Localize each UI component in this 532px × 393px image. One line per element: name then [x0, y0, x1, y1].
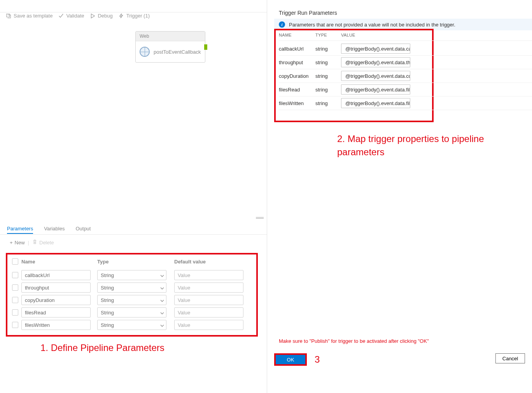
globe-icon [140, 47, 150, 57]
param-row: String [12, 270, 252, 280]
param-row: String [12, 320, 252, 330]
trigger-param-value-input[interactable]: @triggerBody().event.data.th... [341, 57, 410, 67]
th-name: NAME [279, 33, 315, 37]
trigger-param-name: callbackUrl [279, 46, 315, 52]
param-row: String [12, 307, 252, 318]
save-template-button[interactable]: Save as template [6, 13, 52, 19]
cancel-button[interactable]: Cancel [495, 353, 525, 363]
trigger-param-value-input[interactable]: @triggerBody().event.data.fil... [341, 98, 410, 108]
drag-handle[interactable] [256, 217, 264, 219]
col-header-name: Name [21, 259, 97, 265]
plus-icon: + [10, 240, 13, 246]
debug-button[interactable]: Debug [90, 13, 112, 19]
param-type-select[interactable]: String [97, 282, 166, 293]
col-header-type: Type [97, 259, 174, 265]
param-row: String [12, 295, 252, 305]
node-connector[interactable] [204, 44, 207, 50]
canvas-node[interactable]: Web postToEventCallback [135, 31, 205, 63]
param-type-select[interactable]: String [97, 307, 166, 318]
tab-output[interactable]: Output [75, 226, 91, 234]
info-text: Parameters that are not provided a value… [289, 22, 455, 28]
panel-title: Trigger Run Parameters [279, 10, 337, 16]
new-label: New [15, 240, 25, 246]
annotation-two: 2. Map trigger properties to pipeline pa… [337, 132, 532, 158]
param-value-input[interactable] [174, 270, 243, 280]
trigger-param-value-input[interactable]: @triggerBody().event.data.co... [341, 71, 410, 81]
trigger-row: filesRead string @triggerBody().event.da… [279, 83, 532, 96]
save-template-icon [6, 13, 11, 19]
row-checkbox[interactable] [12, 322, 18, 328]
validate-button[interactable]: Validate [58, 13, 84, 19]
play-icon [90, 13, 95, 19]
trigger-param-name: throughput [279, 60, 315, 65]
th-type: TYPE [315, 33, 341, 37]
row-checkbox[interactable] [12, 284, 18, 291]
trigger-param-type: string [315, 60, 341, 65]
tabs: Parameters Variables Output [7, 226, 91, 234]
tab-variables[interactable]: Variables [44, 226, 65, 234]
param-name-input[interactable] [21, 307, 91, 318]
svg-rect-0 [7, 14, 10, 17]
trigger-row: callbackUrl string @triggerBody().event.… [279, 42, 532, 56]
param-value-input[interactable] [174, 282, 243, 293]
trigger-icon [119, 13, 124, 19]
new-button[interactable]: + New [10, 240, 25, 246]
ok-highlight-box: OK [274, 353, 307, 366]
param-name-input[interactable] [21, 282, 91, 293]
param-row: String [12, 282, 252, 293]
annotation-three: 3 [315, 354, 320, 365]
debug-label: Debug [98, 13, 112, 19]
trigger-param-type: string [315, 87, 341, 93]
trigger-label: Trigger (1) [126, 13, 150, 19]
validate-label: Validate [66, 13, 84, 19]
trigger-param-name: copyDuration [279, 73, 315, 79]
trigger-param-value-input[interactable]: @triggerBody().event.data.ca... [341, 44, 410, 54]
parameters-box: Name Type Default value String String [6, 253, 258, 337]
select-all-checkbox[interactable] [12, 258, 18, 265]
col-header-default: Default value [174, 259, 252, 265]
canvas-node-type: Web [136, 32, 205, 41]
param-name-input[interactable] [21, 295, 91, 305]
trash-icon [32, 239, 37, 246]
param-name-input[interactable] [21, 320, 91, 330]
param-value-input[interactable] [174, 307, 243, 318]
param-name-input[interactable] [21, 270, 91, 280]
tab-parameters[interactable]: Parameters [7, 226, 33, 234]
trigger-param-value-input[interactable]: @triggerBody().event.data.fil... [341, 84, 410, 95]
param-type-select[interactable]: String [97, 295, 166, 305]
trigger-button[interactable]: Trigger (1) [119, 13, 150, 19]
th-value: VALUE [341, 33, 532, 37]
toolbar: Save as template Validate Debug Trigger … [6, 13, 150, 19]
param-type-select[interactable]: String [97, 320, 166, 330]
param-value-input[interactable] [174, 320, 243, 330]
delete-button[interactable]: Delete [32, 239, 54, 246]
trigger-param-name: filesWritten [279, 100, 315, 106]
param-value-input[interactable] [174, 295, 243, 305]
separator: | [28, 240, 29, 246]
row-checkbox[interactable] [12, 272, 18, 278]
trigger-row: throughput string @triggerBody().event.d… [279, 56, 532, 69]
trigger-param-name: filesRead [279, 87, 315, 93]
ok-button[interactable]: OK [276, 355, 305, 364]
trigger-row: copyDuration string @triggerBody().event… [279, 69, 532, 83]
canvas-node-label: postToEventCallback [154, 49, 201, 55]
param-type-select[interactable]: String [97, 270, 166, 280]
trigger-row: filesWritten string @triggerBody().event… [279, 96, 532, 110]
right-panel: Trigger Run Parameters i Parameters that… [267, 0, 532, 393]
publish-note: Make sure to "Publish" for trigger to be… [279, 338, 429, 344]
delete-label: Delete [39, 240, 54, 246]
trigger-param-type: string [315, 100, 341, 106]
actions-bar: + New | Delete [10, 239, 54, 246]
row-checkbox[interactable] [12, 309, 18, 316]
trigger-param-type: string [315, 73, 341, 79]
annotation-one: 1. Define Pipeline Parameters [40, 342, 164, 353]
checkmark-icon [58, 13, 64, 19]
trigger-param-type: string [315, 46, 341, 52]
save-template-label: Save as template [14, 13, 52, 19]
info-icon: i [279, 21, 285, 28]
row-checkbox[interactable] [12, 297, 18, 303]
